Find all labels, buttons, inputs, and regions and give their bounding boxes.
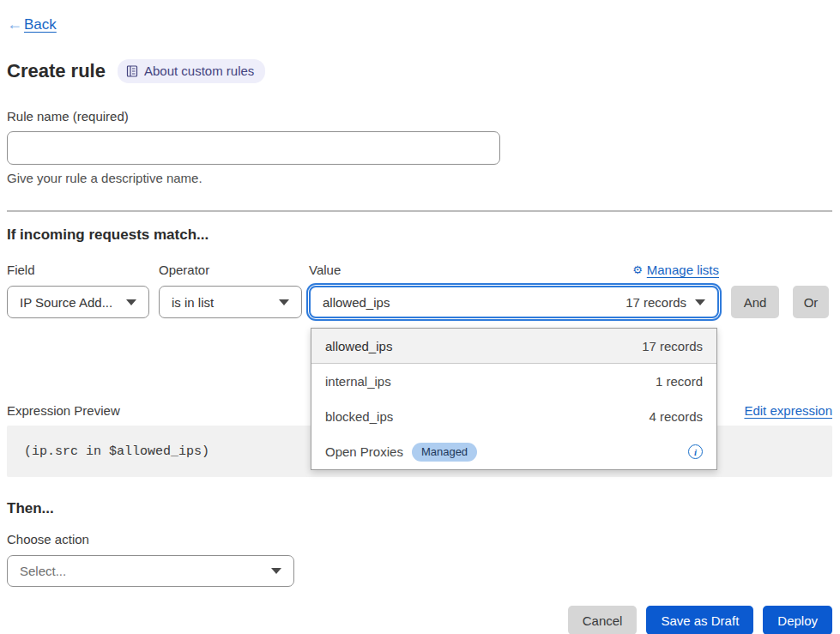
or-button[interactable]: Or bbox=[793, 286, 829, 318]
info-icon[interactable]: i bbox=[688, 444, 703, 459]
rule-name-input[interactable] bbox=[7, 131, 500, 165]
manage-lists-link[interactable]: ⚙ Manage lists bbox=[632, 263, 719, 277]
list-option-name: internal_ips bbox=[325, 374, 391, 389]
chevron-down-icon bbox=[279, 299, 289, 305]
action-select[interactable]: Select... bbox=[7, 555, 294, 587]
list-option-name: Open Proxies bbox=[325, 444, 403, 459]
match-section-heading: If incoming requests match... bbox=[7, 226, 832, 244]
expression-preview-label: Expression Preview bbox=[7, 403, 120, 418]
list-option-name: allowed_ips bbox=[325, 339, 392, 353]
list-option-count: 17 records bbox=[642, 339, 703, 353]
value-select[interactable]: allowed_ips 17 records bbox=[309, 286, 719, 318]
list-option-count: 4 records bbox=[649, 409, 703, 424]
section-divider bbox=[7, 210, 832, 212]
then-section-heading: Then... bbox=[7, 500, 832, 517]
page-title: Create rule bbox=[7, 60, 106, 82]
value-select-value: allowed_ips bbox=[323, 295, 390, 310]
back-link[interactable]: ←Back bbox=[7, 15, 57, 33]
cancel-button[interactable]: Cancel bbox=[568, 606, 638, 634]
back-arrow-icon: ← bbox=[7, 15, 22, 33]
operator-select-value: is in list bbox=[172, 295, 214, 310]
field-select-value: IP Source Add... bbox=[20, 295, 112, 310]
manage-lists-label: Manage lists bbox=[647, 263, 719, 277]
about-badge-label: About custom rules bbox=[144, 63, 254, 78]
edit-expression-link[interactable]: Edit expression bbox=[744, 403, 832, 418]
choose-action-label: Choose action bbox=[7, 532, 832, 546]
save-as-draft-button[interactable]: Save as Draft bbox=[646, 606, 753, 634]
field-select[interactable]: IP Source Add... bbox=[7, 286, 149, 318]
list-option-internal-ips[interactable]: internal_ips 1 record bbox=[311, 364, 716, 399]
chevron-down-icon bbox=[695, 299, 705, 305]
list-option-allowed-ips[interactable]: allowed_ips 17 records bbox=[311, 329, 716, 364]
chevron-down-icon bbox=[126, 299, 136, 305]
deploy-button[interactable]: Deploy bbox=[763, 606, 832, 634]
about-custom-rules-link[interactable]: About custom rules bbox=[118, 59, 265, 83]
operator-select[interactable]: is in list bbox=[159, 286, 302, 318]
back-label: Back bbox=[24, 16, 57, 33]
action-select-placeholder: Select... bbox=[20, 564, 66, 578]
list-option-blocked-ips[interactable]: blocked_ips 4 records bbox=[311, 399, 716, 434]
chevron-down-icon bbox=[271, 568, 281, 574]
list-option-count: 1 record bbox=[656, 374, 703, 389]
gear-icon: ⚙ bbox=[632, 263, 643, 276]
field-label: Field bbox=[7, 263, 149, 277]
book-icon bbox=[126, 65, 138, 77]
value-label: Value bbox=[309, 263, 341, 277]
managed-badge: Managed bbox=[412, 443, 477, 462]
list-dropdown-menu: allowed_ips 17 records internal_ips 1 re… bbox=[311, 328, 717, 470]
value-select-count: 17 records bbox=[625, 295, 686, 310]
expression-code: (ip.src in $allowed_ips) bbox=[24, 444, 209, 459]
list-option-open-proxies[interactable]: Open Proxies Managed i bbox=[311, 434, 716, 469]
create-rule-page: ←Back Create rule About custom rules Rul… bbox=[0, 0, 840, 634]
and-button[interactable]: And bbox=[731, 286, 779, 318]
rule-name-label: Rule name (required) bbox=[7, 109, 832, 124]
rule-name-helper: Give your rule a descriptive name. bbox=[7, 171, 832, 185]
list-option-name: blocked_ips bbox=[325, 409, 393, 424]
operator-label: Operator bbox=[159, 263, 302, 277]
